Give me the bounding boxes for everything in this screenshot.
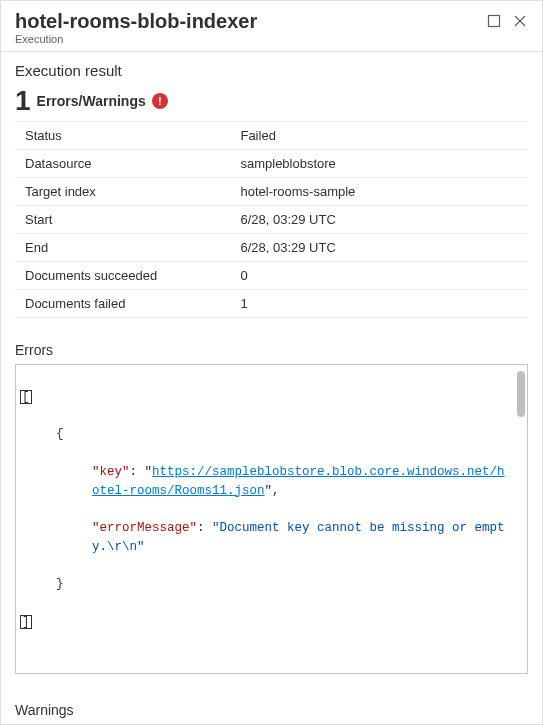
json-open-array: [: [20, 390, 32, 405]
detail-value: hotel-rooms-sample: [230, 178, 528, 206]
detail-value: 1: [230, 290, 528, 318]
close-icon: [513, 14, 527, 28]
table-row: StatusFailed: [15, 122, 528, 150]
error-label: Errors/Warnings: [37, 93, 146, 109]
detail-label: Documents succeeded: [15, 262, 230, 290]
maximize-button[interactable]: [486, 13, 502, 29]
summary-row: 1 Errors/Warnings !: [15, 87, 528, 115]
error-key-url[interactable]: https://sampleblobstore.blob.core.window…: [92, 465, 505, 498]
error-icon: !: [152, 93, 168, 109]
close-button[interactable]: [512, 13, 528, 29]
maximize-icon: [487, 14, 501, 28]
detail-value: Failed: [230, 122, 528, 150]
details-table: StatusFailedDatasourcesampleblobstoreTar…: [15, 121, 528, 318]
detail-label: Target index: [15, 178, 230, 206]
detail-value: 6/28, 03:29 UTC: [230, 206, 528, 234]
error-count: 1: [15, 87, 31, 115]
page-subtitle: Execution: [15, 33, 257, 45]
json-key-key: "key": [92, 465, 130, 479]
page-title: hotel-rooms-blob-indexer: [15, 9, 257, 33]
errors-title: Errors: [15, 342, 528, 358]
panel-body: Execution result 1 Errors/Warnings ! Sta…: [1, 52, 542, 724]
detail-value: 0: [230, 262, 528, 290]
warnings-title: Warnings: [15, 702, 528, 718]
detail-value: sampleblobstore: [230, 150, 528, 178]
errors-content: [ { "key": "https://sampleblobstore.blob…: [20, 369, 523, 669]
table-row: Documents failed1: [15, 290, 528, 318]
execution-panel: hotel-rooms-blob-indexer Execution Execu…: [0, 0, 543, 725]
result-section-title: Execution result: [15, 62, 528, 79]
detail-label: Status: [15, 122, 230, 150]
json-open-brace: {: [56, 427, 64, 441]
detail-label: Documents failed: [15, 290, 230, 318]
svg-rect-0: [489, 16, 500, 27]
table-row: Start6/28, 03:29 UTC: [15, 206, 528, 234]
detail-label: End: [15, 234, 230, 262]
detail-value: 6/28, 03:29 UTC: [230, 234, 528, 262]
header-controls: [486, 13, 528, 29]
panel-header: hotel-rooms-blob-indexer Execution: [1, 1, 542, 52]
header-left: hotel-rooms-blob-indexer Execution: [15, 9, 257, 45]
errors-textarea[interactable]: [ { "key": "https://sampleblobstore.blob…: [15, 364, 528, 674]
json-close-brace: }: [56, 577, 64, 591]
table-row: End6/28, 03:29 UTC: [15, 234, 528, 262]
json-errormessage-key: "errorMessage": [92, 521, 197, 535]
table-row: Target indexhotel-rooms-sample: [15, 178, 528, 206]
scrollbar-thumb[interactable]: [517, 371, 525, 417]
table-row: Documents succeeded0: [15, 262, 528, 290]
detail-label: Start: [15, 206, 230, 234]
detail-label: Datasource: [15, 150, 230, 178]
table-row: Datasourcesampleblobstore: [15, 150, 528, 178]
json-close-array: ]: [20, 615, 32, 630]
